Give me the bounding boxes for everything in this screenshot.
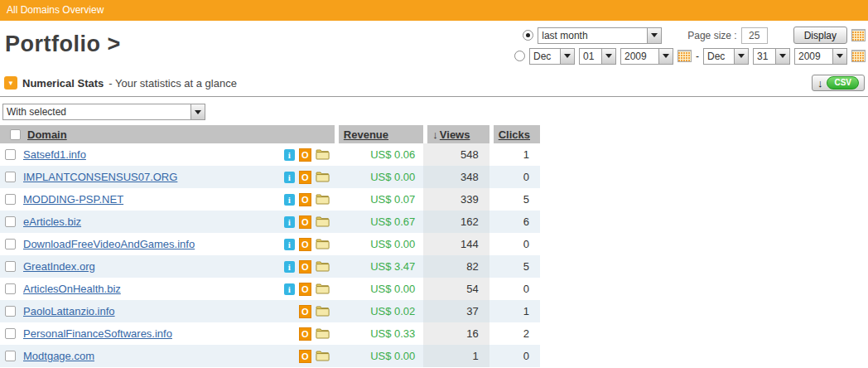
- folder-icon[interactable]: [316, 306, 330, 317]
- period-select[interactable]: last month: [538, 27, 662, 44]
- info-icon[interactable]: i: [284, 261, 295, 273]
- chevron-down-icon[interactable]: [647, 28, 661, 43]
- chevron-down-icon[interactable]: [658, 49, 673, 64]
- to-calendar-icon[interactable]: [851, 50, 866, 62]
- info-icon[interactable]: i: [284, 283, 295, 295]
- row-checkbox[interactable]: [5, 351, 16, 361]
- revenue-cell: US$ 0.06: [335, 143, 423, 166]
- page-size-input[interactable]: [741, 27, 768, 44]
- display-button[interactable]: Display: [793, 27, 847, 44]
- views-cell: 339: [423, 188, 489, 211]
- custom-range-radio[interactable]: [514, 51, 525, 61]
- row-checkbox[interactable]: [5, 239, 16, 249]
- column-header-clicks[interactable]: Clicks: [499, 128, 530, 141]
- views-cell: 16: [423, 322, 489, 345]
- folder-icon[interactable]: [316, 283, 330, 294]
- csv-badge: CSV: [827, 76, 859, 90]
- column-header-domain[interactable]: Domain: [27, 128, 67, 141]
- folder-icon[interactable]: [316, 194, 330, 205]
- views-cell: 548: [423, 143, 489, 166]
- info-icon[interactable]: i: [284, 239, 295, 250]
- offer-status-icon[interactable]: O: [299, 215, 311, 229]
- table-row: Modtgage.com i O US$ 0.00 1 0: [0, 345, 540, 367]
- offer-status-icon[interactable]: O: [299, 350, 311, 363]
- with-selected-dropdown[interactable]: With selected: [2, 104, 205, 120]
- collapse-toggle-icon[interactable]: ▼: [4, 76, 17, 90]
- section-divider: [0, 96, 868, 97]
- offer-status-icon[interactable]: O: [299, 327, 311, 341]
- to-day-value: 31: [754, 51, 775, 62]
- table-header-row: Domain Revenue ↓ Views Clicks: [0, 125, 540, 143]
- domain-link[interactable]: eArticles.biz: [23, 215, 81, 228]
- from-month-select[interactable]: Dec: [529, 48, 575, 65]
- section-subtitle: - Your statistics at a glance: [108, 77, 237, 90]
- to-year-select[interactable]: 2009: [794, 48, 847, 65]
- domain-link[interactable]: IMPLANTCONSENSUS07.ORG: [23, 171, 177, 183]
- clicks-cell: 0: [489, 233, 540, 255]
- offer-status-icon[interactable]: O: [299, 171, 311, 184]
- table-row: ArticlesOnHealth.biz i O US$ 0.00 54 0: [0, 278, 540, 300]
- domain-link[interactable]: PersonalFinanceSoftwares.info: [23, 327, 172, 340]
- domain-link[interactable]: Modtgage.com: [23, 350, 94, 362]
- domain-link[interactable]: PaoloLattanzio.info: [23, 305, 115, 317]
- row-checkbox[interactable]: [5, 172, 16, 182]
- folder-icon[interactable]: [316, 328, 330, 339]
- offer-status-icon[interactable]: O: [299, 305, 311, 318]
- row-checkbox[interactable]: [5, 283, 16, 294]
- info-icon[interactable]: i: [284, 194, 295, 206]
- info-icon[interactable]: i: [284, 149, 295, 161]
- folder-icon[interactable]: [316, 351, 330, 361]
- table-row: eArticles.biz i O US$ 0.67 162 6: [0, 211, 540, 233]
- chevron-down-icon[interactable]: [832, 49, 846, 64]
- views-cell: 37: [423, 300, 489, 322]
- offer-status-icon[interactable]: O: [299, 148, 311, 162]
- offer-status-icon[interactable]: O: [299, 193, 311, 206]
- folder-icon[interactable]: [316, 149, 330, 160]
- clicks-cell: 0: [489, 345, 540, 367]
- folder-icon[interactable]: [316, 216, 330, 227]
- chevron-down-icon[interactable]: [190, 104, 205, 119]
- to-day-select[interactable]: 31: [753, 48, 790, 65]
- offer-status-icon[interactable]: O: [299, 238, 311, 251]
- calendar-icon[interactable]: [851, 29, 866, 41]
- from-year-value: 2009: [621, 51, 658, 62]
- row-checkbox[interactable]: [5, 328, 16, 339]
- chevron-down-icon[interactable]: [560, 49, 574, 64]
- column-header-views[interactable]: Views: [440, 128, 470, 141]
- info-icon[interactable]: i: [284, 172, 295, 183]
- domain-link[interactable]: GreatIndex.org: [23, 260, 95, 273]
- domain-link[interactable]: DownloadFreeVideoAndGames.info: [23, 238, 195, 250]
- domain-link[interactable]: ArticlesOnHealth.biz: [23, 283, 121, 295]
- chevron-down-icon[interactable]: [775, 49, 789, 64]
- to-month-select[interactable]: Dec: [703, 48, 749, 65]
- from-day-select[interactable]: 01: [579, 48, 616, 65]
- chevron-down-icon[interactable]: [601, 49, 615, 64]
- domain-link[interactable]: Satsefd1.info: [23, 148, 86, 161]
- offer-status-icon[interactable]: O: [299, 260, 311, 274]
- row-checkbox[interactable]: [5, 149, 16, 160]
- clicks-cell: 1: [489, 300, 540, 322]
- column-header-revenue[interactable]: Revenue: [344, 128, 388, 141]
- period-radio[interactable]: [523, 30, 533, 41]
- info-icon[interactable]: i: [284, 216, 295, 228]
- views-cell: 82: [423, 255, 489, 278]
- row-checkbox[interactable]: [5, 306, 16, 317]
- date-controls: last month Page size : Display Dec 01 20…: [514, 27, 866, 68]
- row-checkbox[interactable]: [5, 261, 16, 272]
- csv-export-button[interactable]: ↓ CSV: [812, 75, 865, 91]
- folder-icon[interactable]: [316, 261, 330, 272]
- row-checkbox[interactable]: [5, 216, 16, 227]
- chevron-down-icon[interactable]: [734, 49, 748, 64]
- row-checkbox[interactable]: [5, 194, 16, 205]
- folder-icon[interactable]: [316, 239, 330, 249]
- clicks-cell: 0: [489, 278, 540, 300]
- select-all-checkbox[interactable]: [10, 129, 21, 140]
- offer-status-icon[interactable]: O: [299, 283, 311, 296]
- views-cell: 54: [423, 278, 489, 300]
- from-calendar-icon[interactable]: [678, 50, 692, 62]
- domain-link[interactable]: MODDING-PSP.NET: [23, 193, 123, 206]
- table-row: DownloadFreeVideoAndGames.info i O US$ 0…: [0, 233, 540, 255]
- folder-icon[interactable]: [316, 172, 330, 182]
- table-row: IMPLANTCONSENSUS07.ORG i O US$ 0.00 348 …: [0, 166, 540, 188]
- from-year-select[interactable]: 2009: [620, 48, 673, 65]
